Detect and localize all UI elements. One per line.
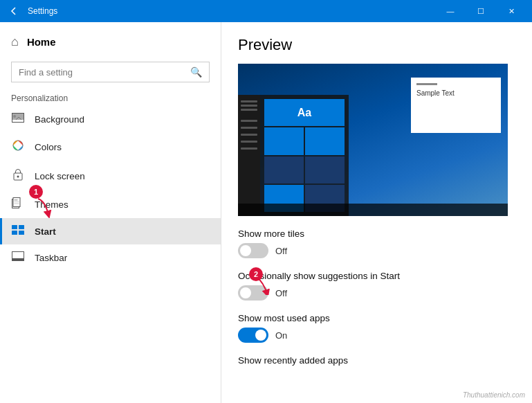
preview-left-bar — [238, 95, 260, 216]
setting-show-most-used: Show most used apps On — [238, 313, 515, 343]
setting-label-show-more-tiles: Show more tiles — [238, 229, 515, 239]
sidebar-item-taskbar[interactable]: Taskbar — [0, 244, 221, 271]
preview-taskbar — [238, 204, 508, 216]
app-body: ⌂ Home 🔍 Personalization Background — [0, 22, 532, 403]
svg-rect-9 — [15, 202, 19, 202]
home-label: Home — [27, 36, 56, 48]
search-input[interactable] — [19, 67, 185, 78]
svg-rect-16 — [12, 259, 24, 261]
tile-3 — [264, 156, 304, 183]
themes-icon — [11, 197, 25, 211]
search-box: 🔍 — [11, 62, 210, 82]
sidebar-item-label-start: Start — [35, 226, 56, 237]
svg-rect-14 — [19, 231, 24, 235]
preview-textbox-bar — [416, 83, 437, 85]
setting-show-suggestions: Occasionally show suggestions in Start O… — [238, 271, 515, 301]
toggle-show-more-tiles[interactable] — [238, 243, 268, 258]
titlebar: Settings — ☐ ✕ — [0, 0, 532, 22]
sidebar-item-themes[interactable]: Themes 1 — [0, 190, 221, 218]
toggle-row-show-suggestions: Off 2 — [238, 285, 515, 301]
sidebar-item-label-lockscreen: Lock screen — [35, 171, 85, 181]
tile-2 — [305, 127, 345, 154]
preview-sample-text: Sample Text — [416, 89, 495, 97]
toggle-status-show-more-tiles: Off — [275, 246, 287, 256]
setting-label-show-recently-added: Show recently added apps — [238, 355, 515, 366]
toggle-row-show-most-used: On — [238, 328, 515, 343]
toggle-show-suggestions[interactable] — [238, 285, 268, 301]
toggle-knob-show-most-used — [255, 330, 266, 341]
colors-icon — [11, 139, 25, 154]
sidebar-item-colors[interactable]: Colors — [0, 132, 221, 161]
sidebar-item-label-background: Background — [35, 114, 84, 125]
svg-point-2 — [13, 115, 16, 118]
toggle-status-show-most-used: On — [275, 330, 287, 341]
home-nav-item[interactable]: ⌂ Home — [0, 28, 221, 56]
home-icon: ⌂ — [11, 35, 19, 49]
sidebar-item-background[interactable]: Background — [0, 106, 221, 132]
setting-show-recently-added: Show recently added apps — [238, 355, 515, 366]
taskbar-icon — [11, 251, 25, 264]
svg-rect-15 — [12, 252, 24, 259]
toggle-knob-show-more-tiles — [240, 245, 251, 256]
svg-point-5 — [17, 176, 19, 178]
svg-rect-10 — [15, 204, 19, 204]
toggle-row-show-more-tiles: Off — [238, 243, 515, 258]
window-title: Settings — [28, 6, 435, 16]
annotation-2: 2 — [249, 267, 263, 281]
sidebar: ⌂ Home 🔍 Personalization Background — [0, 22, 221, 403]
preview-tiles: Aa — [260, 95, 349, 216]
lockscreen-icon — [11, 168, 25, 183]
close-button[interactable]: ✕ — [496, 0, 526, 22]
content-area: Preview Aa — [221, 22, 532, 403]
svg-rect-8 — [15, 199, 18, 201]
svg-rect-12 — [19, 225, 24, 229]
preview-startmenu: Aa — [238, 95, 349, 216]
background-icon — [11, 113, 25, 125]
svg-rect-11 — [12, 225, 17, 229]
sidebar-item-start[interactable]: Start — [0, 218, 221, 244]
tile-1 — [264, 127, 304, 154]
setting-show-more-tiles: Show more tiles Off — [238, 229, 515, 258]
page-title: Preview — [238, 36, 515, 54]
minimize-button[interactable]: — — [435, 0, 466, 22]
toggle-knob-show-suggestions — [240, 287, 251, 298]
section-label: Personalization — [0, 88, 221, 106]
toggle-status-show-suggestions: Off — [275, 288, 287, 298]
window-controls: — ☐ ✕ — [435, 0, 526, 22]
maximize-button[interactable]: ☐ — [466, 0, 496, 22]
search-icon[interactable]: 🔍 — [190, 66, 202, 78]
back-button[interactable] — [6, 3, 22, 19]
svg-rect-13 — [12, 231, 17, 235]
sidebar-item-label-colors: Colors — [35, 142, 62, 152]
tile-4 — [305, 156, 345, 183]
preview-image: Aa Sample Text — [238, 64, 508, 216]
annotation-1: 1 — [29, 185, 43, 199]
setting-label-show-suggestions: Occasionally show suggestions in Start — [238, 271, 515, 281]
tile-aa: Aa — [264, 99, 345, 126]
toggle-show-most-used[interactable] — [238, 328, 268, 343]
sidebar-item-label-themes: Themes — [35, 199, 68, 210]
sidebar-item-label-taskbar: Taskbar — [35, 253, 67, 263]
watermark: Thuthuattienich.com — [463, 391, 525, 399]
start-icon — [11, 225, 25, 238]
preview-textbox: Sample Text — [411, 78, 501, 133]
setting-label-show-most-used: Show most used apps — [238, 313, 515, 323]
